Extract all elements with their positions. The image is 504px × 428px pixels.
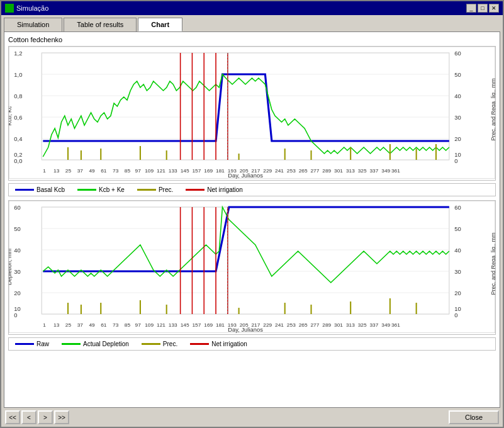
legend-raw: Raw (15, 341, 49, 347)
svg-text:0: 0 (454, 312, 457, 318)
svg-text:49: 49 (89, 322, 95, 328)
svg-text:Day, Julianos: Day, Julianos (228, 327, 263, 333)
minimize-button[interactable]: _ (466, 4, 476, 13)
legend-basal-kcb-label: Basal Kcb (36, 186, 65, 193)
bottom-chart-svg: 60 50 40 30 20 10 0 60 50 40 30 20 10 0 … (9, 201, 495, 333)
top-chart-svg: 1,2 1,0 0,8 0,6 0,4 0,2 0,0 60 50 40 30 … (9, 47, 495, 179)
svg-text:50: 50 (454, 226, 461, 232)
title-bar: Simulação _ □ ✕ (1, 1, 503, 15)
svg-rect-75 (42, 207, 449, 314)
first-button[interactable]: << (5, 410, 20, 424)
svg-text:13: 13 (53, 322, 60, 328)
svg-text:325: 325 (358, 168, 367, 174)
svg-text:10: 10 (454, 152, 461, 158)
svg-text:241: 241 (275, 168, 284, 174)
legend-prec-label: Prec. (159, 186, 173, 193)
svg-text:0,0: 0,0 (14, 158, 22, 164)
svg-text:157: 157 (192, 322, 201, 328)
svg-text:37: 37 (77, 168, 84, 174)
svg-text:40: 40 (14, 247, 20, 254)
prev-button[interactable]: < (21, 410, 36, 424)
content-area: Cotton fedchenko 1,2 1,0 0,8 0,6 0,4 0,2… (4, 31, 500, 408)
svg-text:73: 73 (113, 168, 119, 174)
svg-text:Kcb, Kc: Kcb, Kc (9, 106, 13, 125)
svg-text:0,6: 0,6 (14, 115, 22, 121)
svg-text:37: 37 (77, 322, 84, 328)
svg-text:109: 109 (145, 168, 154, 174)
legend-net-irrigation2-label: Net irrigation (211, 341, 247, 347)
svg-text:50: 50 (454, 72, 461, 78)
tab-chart[interactable]: Chart (138, 18, 182, 31)
svg-text:229: 229 (263, 168, 272, 174)
svg-text:49: 49 (89, 168, 95, 174)
svg-text:61: 61 (101, 322, 107, 328)
svg-text:169: 169 (204, 322, 213, 328)
nav-buttons: << < > >> (5, 410, 69, 424)
legend-basal-kcb: Basal Kcb (15, 186, 65, 193)
tabs-bar: Simulation Table of results Chart (1, 15, 503, 31)
svg-text:1: 1 (43, 168, 46, 174)
svg-text:20: 20 (14, 290, 20, 296)
svg-text:157: 157 (192, 168, 201, 174)
legend-kcb-ke-line (77, 189, 96, 191)
legend-kcb-ke-label: Kcb + Ke (99, 186, 125, 193)
svg-text:Depletion, mm: Depletion, mm (9, 249, 13, 285)
svg-text:40: 40 (454, 93, 461, 99)
legend-raw-line (15, 343, 34, 345)
svg-text:Prec. and Rega_liq., mm: Prec. and Rega_liq., mm (490, 78, 495, 140)
tab-simulation[interactable]: Simulation (4, 18, 62, 31)
svg-text:313: 313 (346, 322, 355, 328)
bottom-bar: << < > >> Close (1, 408, 503, 427)
svg-text:0,8: 0,8 (14, 93, 22, 99)
svg-text:60: 60 (454, 205, 461, 211)
next-button[interactable]: > (38, 410, 53, 424)
svg-text:145: 145 (181, 168, 189, 174)
svg-text:Day, Julianos: Day, Julianos (228, 172, 263, 179)
maximize-button[interactable]: □ (478, 4, 488, 13)
svg-text:313: 313 (346, 168, 355, 174)
svg-text:1,2: 1,2 (14, 50, 22, 57)
svg-text:40: 40 (454, 247, 461, 254)
legend-net-irrigation2: Net irrigation (190, 341, 247, 347)
svg-text:10: 10 (454, 306, 461, 312)
legend-raw-label: Raw (36, 341, 49, 347)
svg-text:253: 253 (287, 168, 296, 174)
legend-prec2-label: Prec. (163, 341, 177, 347)
svg-text:60: 60 (14, 205, 20, 211)
svg-text:289: 289 (322, 322, 331, 328)
svg-text:85: 85 (125, 322, 131, 328)
svg-text:97: 97 (135, 168, 142, 174)
top-legend-bar: Basal Kcb Kcb + Ke Prec. Net irrigation (8, 183, 496, 196)
svg-text:169: 169 (204, 168, 213, 174)
svg-text:349: 349 (381, 322, 390, 328)
svg-text:289: 289 (322, 168, 331, 174)
tab-table[interactable]: Table of results (64, 18, 137, 31)
svg-text:133: 133 (169, 168, 177, 174)
legend-actual-depletion-label: Actual Depletion (83, 341, 129, 347)
svg-rect-1 (42, 53, 449, 160)
chart-subtitle: Cotton fedchenko (8, 36, 496, 43)
svg-text:325: 325 (358, 322, 367, 328)
title-controls: _ □ ✕ (466, 4, 499, 13)
svg-text:0: 0 (454, 158, 457, 164)
svg-text:97: 97 (135, 322, 142, 328)
svg-text:361: 361 (391, 322, 400, 328)
svg-text:60: 60 (454, 50, 461, 57)
window-close-button[interactable]: ✕ (489, 4, 499, 13)
svg-text:121: 121 (157, 322, 165, 328)
close-button[interactable]: Close (449, 410, 499, 424)
top-chart-container: 1,2 1,0 0,8 0,6 0,4 0,2 0,0 60 50 40 30 … (8, 46, 496, 181)
title-bar-left: Simulação (5, 4, 48, 13)
legend-prec2-line (142, 343, 160, 345)
svg-text:61: 61 (101, 168, 107, 174)
svg-text:20: 20 (454, 136, 461, 142)
legend-net-irrigation: Net irrigation (186, 186, 243, 193)
svg-text:30: 30 (454, 115, 461, 121)
last-button[interactable]: >> (54, 410, 69, 424)
svg-text:0,4: 0,4 (14, 136, 22, 142)
svg-text:301: 301 (334, 168, 343, 174)
svg-text:13: 13 (53, 168, 60, 174)
svg-text:253: 253 (287, 322, 296, 328)
svg-text:181: 181 (216, 322, 225, 328)
svg-text:0: 0 (14, 312, 17, 318)
